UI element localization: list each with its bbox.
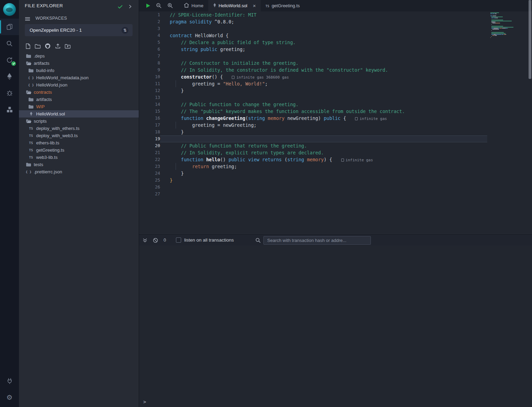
line-number: 14 <box>139 101 160 108</box>
ts-icon: TS <box>28 148 34 152</box>
scrollbar-thumb[interactable] <box>529 0 531 79</box>
file-name: WIP <box>36 104 45 109</box>
tree-item-HelloWorld_metadata.json[interactable]: { }HelloWorld_metadata.json <box>19 74 139 81</box>
code-line-19: 19 <box>139 135 487 142</box>
folder-icon <box>25 54 32 58</box>
file-name: build-info <box>36 68 54 73</box>
file-explorer-icon[interactable] <box>0 19 19 35</box>
listen-transactions-label[interactable]: listen on all transactions <box>184 237 234 243</box>
tree-item-HelloWorld.json[interactable]: { }HelloWorld.json <box>19 81 139 89</box>
plugin-manager-icon[interactable] <box>0 101 19 118</box>
line-number: 20 <box>139 142 160 149</box>
tree-item-WIP[interactable]: WIP <box>19 103 139 110</box>
collapse-terminal-icon[interactable] <box>143 238 147 244</box>
gas-icon <box>232 76 234 79</box>
code-line-15: 15 // The "public" keyword makes the fun… <box>139 108 487 115</box>
code-line-14: 14 // Public function to change the gree… <box>139 101 487 108</box>
connect-plugin-icon[interactable] <box>0 373 19 389</box>
code-line-22: 22 function hello() public view returns … <box>139 156 487 163</box>
indent-guide <box>176 122 176 129</box>
file-name: ethers-lib.ts <box>36 140 59 145</box>
settings-icon[interactable]: ⚙ <box>0 389 19 406</box>
tree-item-.prettierrc.json[interactable]: { }.prettierrc.json <box>19 168 139 175</box>
line-number: 24 <box>139 170 160 177</box>
deploy-run-icon[interactable] <box>0 68 19 85</box>
debugger-icon[interactable] <box>0 85 19 101</box>
json-icon: { } <box>28 83 34 87</box>
tree-item-web3-lib.ts[interactable]: TSweb3-lib.ts <box>19 154 139 161</box>
tree-item-tests[interactable]: tests <box>19 161 139 168</box>
file-name: .deps <box>34 53 45 59</box>
transaction-search-input[interactable] <box>263 236 371 245</box>
workspace-select[interactable]: OpenZeppelin ERC20 - 1 ⇅ <box>25 24 133 36</box>
line-number: 22 <box>139 156 160 163</box>
upload-folder-icon[interactable] <box>64 42 72 50</box>
tree-item-.deps[interactable]: .deps <box>19 52 139 60</box>
tab-HelloWorld.sol[interactable]: HelloWorld.sol× <box>208 0 261 11</box>
line-number: 21 <box>139 149 160 156</box>
file-tree: .depsartifactsbuild-info{ }HelloWorld_me… <box>19 52 139 175</box>
solidity-compiler-icon[interactable] <box>0 52 19 68</box>
tree-item-deploy_with_ethers.ts[interactable]: TSdeploy_with_ethers.ts <box>19 125 139 132</box>
code-editor[interactable]: 1// SPDX-License-Identifier: MIT2pragma … <box>139 11 532 234</box>
code-line-27: 27 <box>139 191 487 197</box>
folder-open-icon <box>25 90 32 94</box>
listen-transactions-checkbox[interactable] <box>176 237 181 243</box>
code-line-17: 17 greeting = newGreeting; <box>139 122 487 129</box>
folder-icon <box>28 105 34 109</box>
publish-github-icon[interactable] <box>44 42 52 50</box>
hamburger-menu-icon[interactable] <box>25 16 30 22</box>
tree-item-contracts[interactable]: contracts <box>19 89 139 96</box>
clear-console-icon[interactable] <box>153 238 158 244</box>
file-name: HelloWorld_metadata.json <box>36 75 88 80</box>
code-line-6: 6 string public greeting; <box>139 46 487 53</box>
tab-getGreeting.ts[interactable]: TSgetGreeting.ts <box>261 0 305 11</box>
tree-item-artifacts[interactable]: artifacts <box>19 96 139 103</box>
tree-item-HelloWorld.sol[interactable]: HelloWorld.sol <box>19 110 139 118</box>
new-folder-icon[interactable] <box>34 42 42 50</box>
code-line-25: 25} <box>139 177 487 184</box>
tab-label: Home <box>191 3 204 8</box>
line-number: 12 <box>139 87 160 94</box>
tab-label: HelloWorld.sol <box>219 3 248 8</box>
tree-item-build-info[interactable]: build-info <box>19 67 139 74</box>
new-file-icon[interactable] <box>24 42 32 50</box>
tree-item-ethers-lib.ts[interactable]: TSethers-lib.ts <box>19 139 139 146</box>
search-icon[interactable] <box>0 35 19 52</box>
file-name: tests <box>34 162 43 167</box>
chevron-right-icon[interactable] <box>129 4 132 10</box>
check-icon <box>118 4 123 10</box>
editor-area: HomeHelloWorld.sol×TSgetGreeting.ts 1// … <box>139 0 532 407</box>
line-number: 17 <box>139 122 160 129</box>
tree-item-artifacts[interactable]: artifacts <box>19 60 139 67</box>
zoom-in-button[interactable] <box>167 3 173 9</box>
tree-item-getGreeting.ts[interactable]: TSgetGreeting.ts <box>19 146 139 154</box>
terminal[interactable]: > <box>139 245 532 407</box>
minimap[interactable] <box>490 12 522 40</box>
code-line-21: 21 // In Solidity, explicit return types… <box>139 149 487 156</box>
file-name: HelloWorld.sol <box>36 111 65 116</box>
close-tab-icon[interactable]: × <box>253 3 256 9</box>
run-script-button[interactable] <box>146 3 150 8</box>
zoom-out-button[interactable] <box>156 3 162 9</box>
line-number: 16 <box>139 115 160 122</box>
tab-Home[interactable]: Home <box>179 0 208 11</box>
code-line-9: 9 // In Solidity, the constructor is def… <box>139 67 487 73</box>
home-icon <box>184 3 189 9</box>
tree-item-deploy_with_web3.ts[interactable]: TSdeploy_with_web3.ts <box>19 132 139 139</box>
workspace-name: OpenZeppelin ERC20 - 1 <box>30 28 82 33</box>
tree-item-scripts[interactable]: scripts <box>19 118 139 125</box>
code-line-8: 8 // Constructor to initialize the greet… <box>139 60 487 67</box>
solidity-icon <box>28 112 34 116</box>
ts-icon: TS <box>28 134 34 138</box>
line-number: 7 <box>139 53 160 60</box>
activity-bar-bottom: ⚙ <box>0 373 19 406</box>
upload-file-icon[interactable] <box>54 42 62 50</box>
gas-icon <box>341 159 344 162</box>
code-line-1: 1// SPDX-License-Identifier: MIT <box>139 11 487 18</box>
editor-controls <box>139 0 173 11</box>
file-name: artifacts <box>36 97 52 102</box>
line-number: 11 <box>139 80 160 87</box>
file-name: HelloWorld.json <box>36 82 67 88</box>
panel-divider[interactable] <box>139 0 139 407</box>
